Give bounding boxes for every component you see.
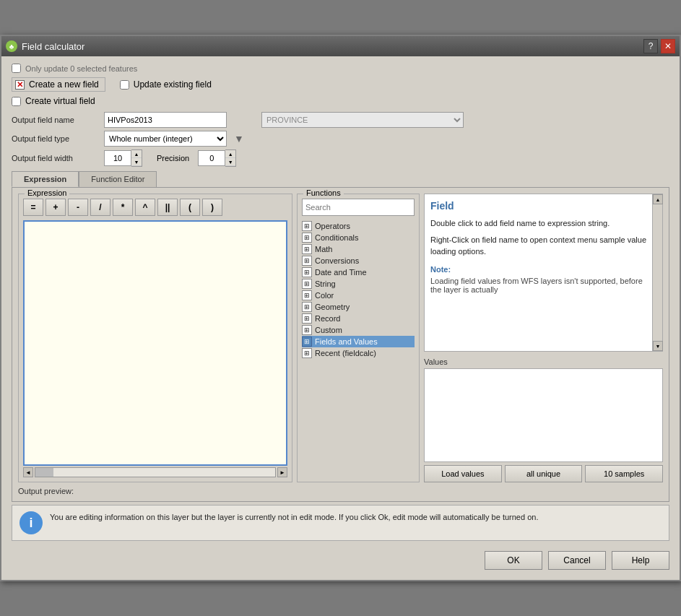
expression-panel: Expression = + - / * ^ || ( ): [18, 194, 292, 482]
op-open-paren[interactable]: (: [180, 199, 200, 216]
title-bar-buttons: ? ✕: [643, 39, 675, 53]
func-custom[interactable]: ⊞ Custom: [302, 324, 415, 336]
field-rows: Output field name PROVINCE Output field …: [12, 112, 669, 167]
expand-datetime-icon: ⊞: [302, 267, 312, 277]
op-caret[interactable]: ^: [135, 199, 155, 216]
help-scroll-up[interactable]: ▲: [653, 194, 663, 204]
precision-label: Precision: [157, 154, 189, 162]
op-multiply[interactable]: *: [113, 199, 133, 216]
precision-decrement-btn[interactable]: ▼: [225, 158, 235, 166]
precision-input[interactable]: [198, 150, 225, 166]
expand-custom-icon: ⊞: [302, 325, 312, 335]
info-bar: i You are editing information on this la…: [12, 505, 669, 541]
func-string[interactable]: ⊞ String: [302, 278, 415, 290]
function-editor-tab[interactable]: Function Editor: [79, 171, 157, 187]
output-field-width-input[interactable]: [104, 150, 131, 166]
func-date-time[interactable]: ⊞ Date and Time: [302, 266, 415, 278]
field-calculator-window: ♣ Field calculator ? ✕ Only update 0 sel…: [0, 35, 681, 581]
h-scrollbar-area: ◄ ►: [23, 467, 287, 477]
precision-increment-btn[interactable]: ▲: [225, 150, 235, 158]
func-fields-values[interactable]: ⊞ Fields and Values: [302, 336, 415, 347]
only-update-label: Only update 0 selected features: [25, 64, 137, 73]
create-new-field-checkbox[interactable]: ✕: [15, 80, 25, 90]
update-existing-checkbox[interactable]: [120, 80, 129, 90]
create-virtual-checkbox[interactable]: [12, 97, 21, 106]
create-virtual-label: Create virtual field: [25, 96, 95, 106]
expand-fields-icon: ⊞: [302, 337, 312, 347]
values-buttons: Load values all unique 10 samples: [424, 465, 663, 482]
operators-row: = + - / * ^ || ( ): [23, 199, 287, 216]
ok-button[interactable]: OK: [485, 551, 542, 570]
op-close-paren[interactable]: ): [202, 199, 222, 216]
function-tree: ⊞ Operators ⊞ Conditionals ⊞ Math: [302, 220, 415, 359]
type-dropdown-arrow: ▼: [234, 133, 244, 144]
help-body-line1: Double click to add field name to expres…: [430, 217, 646, 230]
expression-textarea[interactable]: [25, 222, 286, 464]
func-conditionals[interactable]: ⊞ Conditionals: [302, 232, 415, 243]
info-text: You are editing information on this laye…: [50, 511, 538, 524]
output-field-width-row: Output field width ▲ ▼ Precision ▲ ▼: [12, 149, 669, 167]
output-field-width-label: Output field width: [12, 154, 98, 162]
bottom-buttons: OK Cancel Help: [12, 548, 669, 573]
output-field-type-label: Output field type: [12, 134, 98, 143]
help-note-text: Loading field values from WFS layers isn…: [430, 277, 646, 294]
only-update-row: Only update 0 selected features: [12, 64, 669, 73]
func-geometry[interactable]: ⊞ Geometry: [302, 301, 415, 313]
output-field-name-row: Output field name: [12, 112, 227, 128]
width-decrement-btn[interactable]: ▼: [131, 158, 142, 166]
func-record[interactable]: ⊞ Record: [302, 313, 415, 324]
main-content: Expression = + - / * ^ || ( ): [12, 187, 669, 502]
func-recent[interactable]: ⊞ Recent (fieldcalc): [302, 347, 415, 359]
scroll-left-btn[interactable]: ◄: [23, 467, 33, 477]
close-button[interactable]: ✕: [661, 39, 675, 53]
expression-textarea-wrapper: [23, 220, 287, 466]
10-samples-btn[interactable]: 10 samples: [585, 465, 663, 482]
expression-border: Expression = + - / * ^ || ( ): [18, 194, 292, 482]
output-field-name-input[interactable]: [104, 112, 227, 128]
width-increment-btn[interactable]: ▲: [131, 150, 142, 158]
help-scroll-down[interactable]: ▼: [653, 341, 663, 351]
op-minus[interactable]: -: [68, 199, 88, 216]
op-divide[interactable]: /: [90, 199, 110, 216]
output-field-type-select[interactable]: Whole number (integer) Decimal number (r…: [104, 131, 227, 147]
op-plus[interactable]: +: [45, 199, 66, 216]
help-note-label: Note:: [430, 265, 646, 274]
cancel-button[interactable]: Cancel: [548, 551, 606, 570]
all-unique-btn[interactable]: all unique: [505, 465, 583, 482]
func-math[interactable]: ⊞ Math: [302, 243, 415, 255]
create-new-field-label: Create a new field: [29, 79, 99, 90]
scroll-right-btn[interactable]: ►: [277, 467, 287, 477]
help-title: Field: [430, 200, 646, 212]
help-title-button[interactable]: ?: [643, 39, 658, 53]
func-operators[interactable]: ⊞ Operators: [302, 220, 415, 232]
expand-color-icon: ⊞: [302, 290, 312, 300]
func-color[interactable]: ⊞ Color: [302, 290, 415, 301]
functions-search-input[interactable]: [302, 199, 415, 216]
op-equals[interactable]: =: [23, 199, 43, 216]
h-scrollbar-thumb: [35, 468, 53, 477]
help-content-box: ▲ ▼ Field Double click to add field name…: [424, 194, 663, 352]
title-bar-left: ♣ Field calculator: [6, 40, 84, 52]
expand-conversions-icon: ⊞: [302, 256, 312, 266]
h-scrollbar[interactable]: [35, 467, 276, 477]
op-concat[interactable]: ||: [157, 199, 178, 216]
load-values-btn[interactable]: Load values: [424, 465, 502, 482]
output-field-name-label: Output field name: [12, 116, 98, 124]
help-scrollbar: ▲ ▼: [652, 194, 662, 351]
title-bar: ♣ Field calculator ? ✕: [1, 36, 680, 56]
functions-border: Functions ⊞ Operators ⊞ Conditionals: [297, 194, 420, 482]
update-existing-select[interactable]: PROVINCE: [261, 112, 464, 128]
app-icon: ♣: [6, 40, 17, 52]
content-panels: Expression = + - / * ^ || ( ): [18, 194, 663, 482]
precision-spinbox: ▲ ▼: [198, 149, 236, 167]
values-section: Values Load values all unique 10 samples: [424, 357, 663, 482]
expand-record-icon: ⊞: [302, 313, 312, 324]
expression-tab[interactable]: Expression: [12, 171, 79, 187]
window-body: Only update 0 selected features ✕ Create…: [1, 56, 680, 580]
func-conversions[interactable]: ⊞ Conversions: [302, 255, 415, 266]
tabs-row: Expression Function Editor: [12, 171, 669, 187]
expand-string-icon: ⊞: [302, 279, 312, 289]
help-button[interactable]: Help: [612, 551, 669, 570]
only-update-checkbox[interactable]: [12, 64, 21, 73]
help-body-line2: Right-Click on field name to open contex…: [430, 234, 646, 258]
